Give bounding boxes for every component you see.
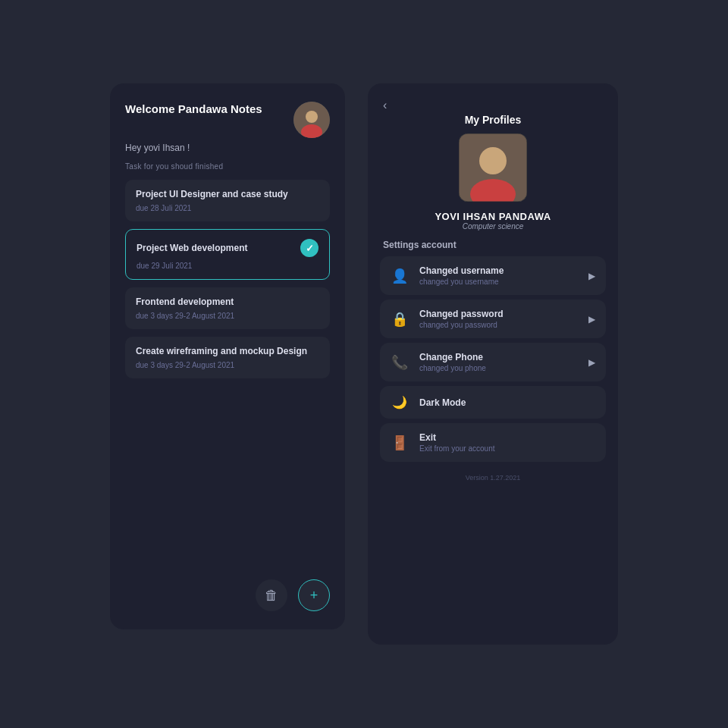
right-panel: ‹ My Profiles YOVI IHSAN PANDAWA Compute…: [368, 83, 618, 645]
settings-item-content: Change Phonechanged you phone: [419, 352, 578, 372]
task-card-header: Create wireframing and mockup Design: [136, 346, 319, 356]
check-circle-icon[interactable]: [300, 239, 318, 257]
greeting-text: Hey yovi Ihsan !: [125, 143, 330, 153]
profile-image: [459, 133, 527, 202]
settings-item-subtitle: Exit from your account: [419, 444, 595, 453]
task-card-header: Project UI Designer and case study: [136, 189, 319, 199]
settings-item-content: Changed passwordchanged you password: [419, 309, 578, 329]
settings-item-content: Changed usernamechanged you username: [419, 265, 578, 286]
task-due-date: due 29 Juli 2021: [136, 262, 318, 270]
task-list: Project UI Designer and case studydue 28…: [125, 180, 330, 378]
task-card[interactable]: Project UI Designer and case studydue 28…: [125, 180, 330, 221]
settings-item-icon: 📞: [391, 354, 409, 371]
task-title: Create wireframing and mockup Design: [136, 346, 307, 356]
task-due-date: due 3 days 29-2 August 2021: [136, 312, 319, 320]
settings-item[interactable]: 👤Changed usernamechanged you username▶: [380, 256, 606, 295]
settings-arrow-icon: ▶: [588, 314, 595, 325]
task-card[interactable]: Project Web developmentdue 29 Juli 2021: [125, 229, 330, 280]
task-card-header: Frontend development: [136, 297, 319, 307]
settings-arrow-icon: ▶: [588, 271, 595, 281]
task-card[interactable]: Create wireframing and mockup Designdue …: [125, 337, 330, 378]
settings-item[interactable]: 📞Change Phonechanged you phone▶: [380, 343, 606, 381]
settings-item-title: Changed password: [419, 309, 578, 319]
settings-item-title: Exit: [419, 432, 595, 443]
task-card[interactable]: Frontend developmentdue 3 days 29-2 Augu…: [125, 287, 330, 329]
settings-item-icon: 🌙: [391, 395, 409, 410]
task-title: Project UI Designer and case study: [136, 189, 288, 199]
task-title: Frontend development: [136, 297, 234, 307]
bottom-actions: 🗑 +: [256, 579, 330, 611]
svg-point-1: [306, 111, 318, 123]
settings-item[interactable]: 🌙Dark Mode: [380, 386, 606, 419]
settings-item-subtitle: changed you phone: [419, 364, 578, 372]
settings-item-icon: 🔒: [391, 311, 409, 328]
settings-item-subtitle: changed you username: [419, 278, 578, 286]
left-title: Welcome Pandawa Notes: [125, 102, 262, 117]
settings-item[interactable]: 🚪ExitExit from your account: [380, 423, 606, 462]
back-button[interactable]: ‹: [383, 99, 387, 112]
settings-item-content: ExitExit from your account: [419, 432, 595, 453]
profile-name: YOVI IHSAN PANDAWA: [368, 211, 618, 222]
task-title: Project Web development: [136, 243, 247, 253]
delete-button[interactable]: 🗑: [256, 579, 287, 611]
settings-arrow-icon: ▶: [588, 357, 595, 368]
svg-point-4: [479, 147, 507, 174]
settings-item-icon: 🚪: [391, 435, 409, 451]
panel-title: My Profiles: [465, 99, 522, 126]
task-card-header: Project Web development: [136, 239, 318, 257]
task-due-date: due 3 days 29-2 August 2021: [136, 361, 319, 369]
settings-item-title: Dark Mode: [419, 397, 595, 408]
right-header: ‹ My Profiles: [368, 83, 618, 126]
plus-icon: +: [310, 588, 318, 604]
settings-item-title: Changed username: [419, 265, 578, 276]
settings-item-icon: 👤: [391, 268, 409, 284]
trash-icon: 🗑: [265, 588, 278, 604]
settings-item-subtitle: changed you password: [419, 321, 578, 329]
avatar: [293, 102, 330, 138]
settings-label: Settings account: [368, 240, 618, 250]
settings-list: 👤Changed usernamechanged you username▶🔒C…: [368, 256, 618, 462]
settings-item[interactable]: 🔒Changed passwordchanged you password▶: [380, 300, 606, 338]
task-label: Task for you shoud finished: [125, 162, 330, 171]
settings-item-title: Change Phone: [419, 352, 578, 362]
screen-container: Welcome Pandawa Notes Hey yovi Ihsan ! T…: [110, 83, 618, 645]
add-task-button[interactable]: +: [298, 579, 330, 611]
profile-subtitle: Computer science: [368, 222, 618, 231]
version-text: Version 1.27.2021: [368, 474, 618, 482]
left-header: Welcome Pandawa Notes: [125, 102, 330, 138]
left-panel: Welcome Pandawa Notes Hey yovi Ihsan ! T…: [110, 83, 345, 629]
task-due-date: due 28 Juli 2021: [136, 204, 319, 212]
profile-image-container: [368, 133, 618, 202]
settings-item-content: Dark Mode: [419, 397, 595, 408]
